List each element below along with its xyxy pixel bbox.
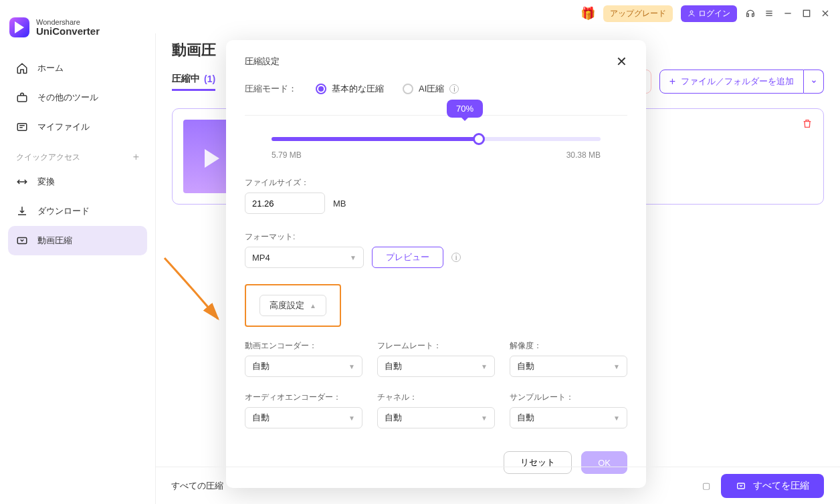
select-value: MP4 [252, 253, 270, 263]
radio-label: 基本的な圧縮 [332, 83, 384, 95]
svg-rect-2 [17, 96, 27, 102]
chevron-down-icon: ▼ [613, 414, 620, 422]
select-value: 自動 [385, 360, 402, 372]
toolbox-icon [16, 92, 28, 104]
gift-icon[interactable]: 🎁 [581, 6, 595, 21]
radio-basic[interactable]: 基本的な圧縮 [316, 83, 384, 95]
advanced-toggle[interactable]: 高度設定 ▲ [259, 295, 326, 316]
download-icon [16, 205, 28, 217]
sidebar-item-compress[interactable]: 動画圧縮 [8, 226, 147, 255]
chevron-down-icon: ▼ [481, 414, 488, 422]
filesize-input[interactable] [245, 193, 325, 214]
quick-access-header: クイックアクセス + [8, 142, 147, 167]
maximize-icon[interactable] [801, 8, 812, 19]
advanced-highlight: 高度設定 ▲ [245, 284, 341, 327]
sidebar-item-home[interactable]: ホーム [8, 53, 147, 83]
login-label: ログイン [698, 8, 730, 19]
chevron-down-icon: ▼ [481, 363, 488, 370]
add-quick-icon[interactable]: + [133, 151, 139, 163]
advanced-label: 高度設定 [270, 299, 304, 311]
home-icon [16, 62, 28, 74]
mode-label: 圧縮モード： [245, 83, 297, 95]
chevron-down-icon: ▼ [350, 254, 356, 261]
preview-button[interactable]: プレビュー [372, 247, 443, 268]
headset-icon[interactable] [745, 8, 756, 19]
fps-select[interactable]: 自動▼ [377, 356, 495, 377]
acodec-select[interactable]: 自動▼ [245, 407, 362, 428]
login-button[interactable]: ログイン [681, 5, 737, 22]
sidebar-item-download[interactable]: ダウンロード [8, 197, 147, 226]
channel-label: チャネル： [377, 392, 495, 403]
sidebar-item-tools[interactable]: その他のツール [8, 83, 147, 112]
compress-settings-modal: 圧縮設定 ✕ 圧縮モード： 基本的な圧縮 AI圧縮i 70% 5.79 MB 3… [226, 40, 646, 488]
info-icon[interactable]: i [451, 253, 461, 262]
chevron-down-icon: ▼ [613, 363, 620, 370]
slider-track[interactable] [272, 137, 601, 141]
radio-dot-icon [316, 84, 326, 94]
compress-icon [16, 235, 28, 247]
product-label: UniConverter [36, 26, 100, 37]
radio-label: AI圧縮 [419, 83, 444, 95]
sidebar: ホーム その他のツール マイファイル クイックアクセス + 変換 ダウンロード … [0, 53, 155, 255]
sidebar-item-label: ダウンロード [37, 205, 90, 217]
tab-label: 圧縮中 [172, 73, 200, 85]
folder-icon [16, 121, 28, 133]
modal-title: 圧縮設定 [245, 55, 280, 68]
plus-icon: + [669, 76, 675, 88]
format-label: フォーマット: [245, 231, 627, 243]
modal-close-icon[interactable]: ✕ [616, 53, 627, 70]
vcodec-select[interactable]: 自動▼ [245, 356, 362, 377]
tab-compressing[interactable]: 圧縮中 (1) [172, 73, 215, 91]
add-file-dropdown[interactable] [804, 70, 824, 94]
filesize-label: ファイルサイズ： [245, 177, 627, 188]
chevron-down-icon: ▼ [348, 363, 355, 370]
slider-tooltip: 70% [447, 100, 483, 118]
select-value: 自動 [517, 412, 534, 424]
compress-all-button[interactable]: すべてを圧縮 [721, 474, 824, 498]
format-select[interactable]: MP4▼ [245, 247, 364, 268]
output-folder-icon[interactable]: ▢ [702, 481, 710, 491]
convert-icon [16, 176, 28, 188]
radio-dot-icon [403, 84, 413, 94]
sidebar-item-label: 動画圧縮 [37, 235, 72, 247]
acodec-label: オーディオエンコーダー： [245, 392, 362, 403]
close-icon[interactable] [820, 8, 831, 19]
slider-min: 5.79 MB [272, 150, 302, 160]
sample-select[interactable]: 自動▼ [510, 407, 627, 428]
slider-fill [272, 137, 479, 141]
channel-select[interactable]: 自動▼ [377, 407, 495, 428]
logo-area: Wondershare UniConverter [9, 17, 100, 37]
chevron-down-icon [811, 78, 817, 85]
card-delete-icon[interactable] [802, 118, 813, 129]
sidebar-item-label: その他のツール [37, 92, 98, 104]
select-value: 自動 [385, 412, 402, 424]
sidebar-item-convert[interactable]: 変換 [8, 167, 147, 197]
res-select[interactable]: 自動▼ [510, 356, 627, 377]
select-value: 自動 [517, 360, 534, 372]
quick-access-label: クイックアクセス [16, 152, 80, 163]
app-logo-icon [9, 17, 29, 37]
tab-count: (1) [204, 74, 215, 84]
menu-icon[interactable] [764, 8, 774, 19]
add-file-label: ファイル／フォルダーを追加 [681, 76, 794, 88]
filesize-unit: MB [333, 199, 346, 209]
compress-all-label: すべてを圧縮 [753, 480, 809, 492]
slider-thumb[interactable] [473, 133, 485, 145]
upgrade-button[interactable]: アップグレード [603, 5, 673, 22]
sidebar-item-label: 変換 [37, 176, 55, 188]
sidebar-item-myfiles[interactable]: マイファイル [8, 112, 147, 142]
bottom-bar: すべての圧縮 ▢ すべてを圧縮 [155, 467, 840, 504]
sample-label: サンプルレート： [510, 392, 627, 403]
sidebar-item-label: ホーム [37, 62, 64, 74]
res-label: 解像度： [510, 340, 627, 352]
compress-icon [736, 481, 746, 491]
minimize-icon[interactable] [782, 8, 793, 19]
vcodec-label: 動画エンコーダー： [245, 340, 362, 352]
add-file-button[interactable]: + ファイル／フォルダーを追加 [659, 70, 804, 94]
brand-label: Wondershare [36, 18, 100, 26]
info-icon[interactable]: i [449, 84, 459, 94]
titlebar: 🎁 アップグレード ログイン [0, 0, 840, 27]
select-value: 自動 [252, 412, 270, 424]
radio-ai[interactable]: AI圧縮i [403, 83, 459, 95]
bottom-left-label: すべての圧縮 [171, 480, 223, 492]
